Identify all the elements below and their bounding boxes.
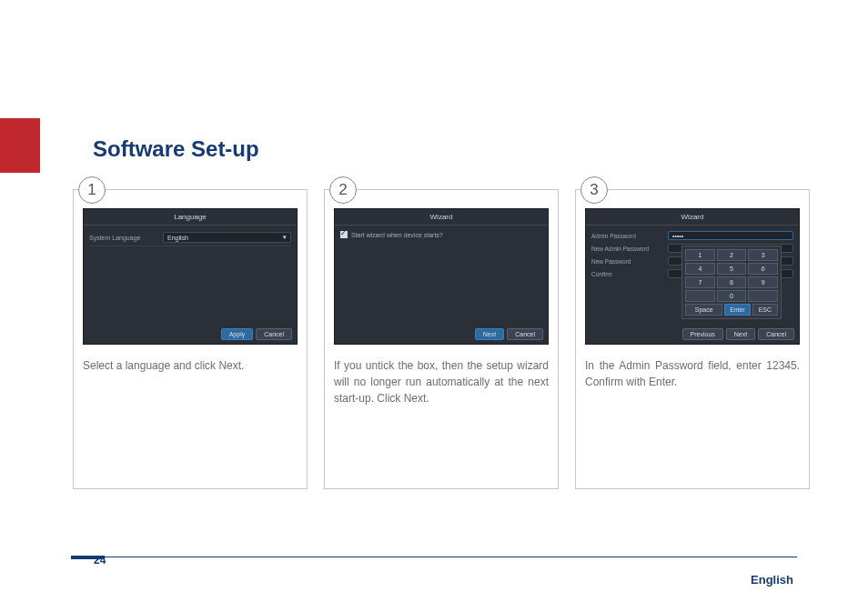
step-body: Language System Language English ▾ Apply… bbox=[73, 189, 308, 489]
start-wizard-checkbox[interactable] bbox=[340, 231, 348, 238]
confirm-label: Confirm bbox=[591, 271, 664, 277]
key-8[interactable]: 8 bbox=[717, 276, 747, 288]
step-caption: Select a language and click Next. bbox=[83, 357, 298, 374]
admin-password-field[interactable]: ••••• bbox=[668, 231, 793, 240]
step-number-badge: 3 bbox=[580, 176, 608, 204]
step-2: 2 Wizard Start wizard when device starts… bbox=[324, 182, 559, 489]
step-caption: If you untick the box, then the setup wi… bbox=[334, 357, 549, 406]
key-3[interactable]: 3 bbox=[748, 249, 778, 261]
key-9[interactable]: 9 bbox=[748, 276, 778, 288]
red-margin-tab bbox=[0, 118, 40, 173]
footer-language: English bbox=[751, 573, 793, 587]
screenshot-wizard-start: Wizard Start wizard when device starts? … bbox=[334, 208, 549, 345]
key-blank-right[interactable] bbox=[748, 290, 778, 302]
system-language-label: System Language bbox=[89, 235, 157, 241]
screenshot-language-dialog: Language System Language English ▾ Apply… bbox=[83, 208, 298, 345]
step-3: 3 Wizard Admin Password ••••• New Admin … bbox=[575, 182, 810, 489]
step-body: Wizard Admin Password ••••• New Admin Pa… bbox=[575, 189, 810, 489]
footer-rule bbox=[71, 557, 797, 557]
key-esc[interactable]: ESC bbox=[752, 304, 778, 316]
step-number-badge: 1 bbox=[78, 176, 106, 204]
admin-password-label: Admin Password bbox=[591, 233, 664, 239]
dialog-title: Wizard bbox=[586, 209, 799, 226]
step-1: 1 Language System Language English ▾ App… bbox=[73, 182, 308, 489]
start-wizard-label: Start wizard when device starts? bbox=[351, 232, 443, 238]
page-number: 24 bbox=[94, 554, 106, 567]
numeric-keypad: 1 2 3 4 5 6 7 8 9 bbox=[681, 246, 782, 319]
screenshot-wizard-password: Wizard Admin Password ••••• New Admin Pa… bbox=[585, 208, 800, 345]
key-space[interactable]: Space bbox=[685, 304, 722, 316]
key-1[interactable]: 1 bbox=[685, 249, 715, 261]
key-blank-left[interactable] bbox=[685, 290, 715, 302]
cancel-button[interactable]: Cancel bbox=[507, 328, 543, 340]
dialog-title: Language bbox=[84, 209, 297, 226]
new-password-label: New Password bbox=[591, 258, 664, 265]
page-title: Software Set-up bbox=[93, 136, 259, 162]
key-0[interactable]: 0 bbox=[717, 290, 747, 302]
key-5[interactable]: 5 bbox=[717, 263, 747, 275]
new-admin-password-label: New Admin Password bbox=[591, 246, 664, 252]
previous-button[interactable]: Previous bbox=[682, 328, 723, 340]
system-language-select[interactable]: English ▾ bbox=[163, 232, 291, 243]
step-body: Wizard Start wizard when device starts? … bbox=[324, 189, 559, 489]
key-enter[interactable]: Enter bbox=[724, 304, 750, 316]
next-button[interactable]: Next bbox=[726, 328, 755, 340]
key-7[interactable]: 7 bbox=[685, 276, 715, 288]
key-2[interactable]: 2 bbox=[717, 249, 747, 261]
cancel-button[interactable]: Cancel bbox=[256, 328, 292, 340]
next-button[interactable]: Next bbox=[475, 328, 504, 340]
steps-row: 1 Language System Language English ▾ App… bbox=[73, 182, 810, 489]
step-number-badge: 2 bbox=[329, 176, 357, 204]
step-caption: In the Admin Password field, enter 12345… bbox=[585, 357, 800, 390]
chevron-down-icon: ▾ bbox=[283, 234, 287, 241]
cancel-button[interactable]: Cancel bbox=[758, 328, 794, 340]
key-4[interactable]: 4 bbox=[685, 263, 715, 275]
dialog-title: Wizard bbox=[335, 209, 548, 226]
system-language-value: English bbox=[167, 235, 188, 241]
key-6[interactable]: 6 bbox=[748, 263, 778, 275]
apply-button[interactable]: Apply bbox=[221, 328, 254, 340]
